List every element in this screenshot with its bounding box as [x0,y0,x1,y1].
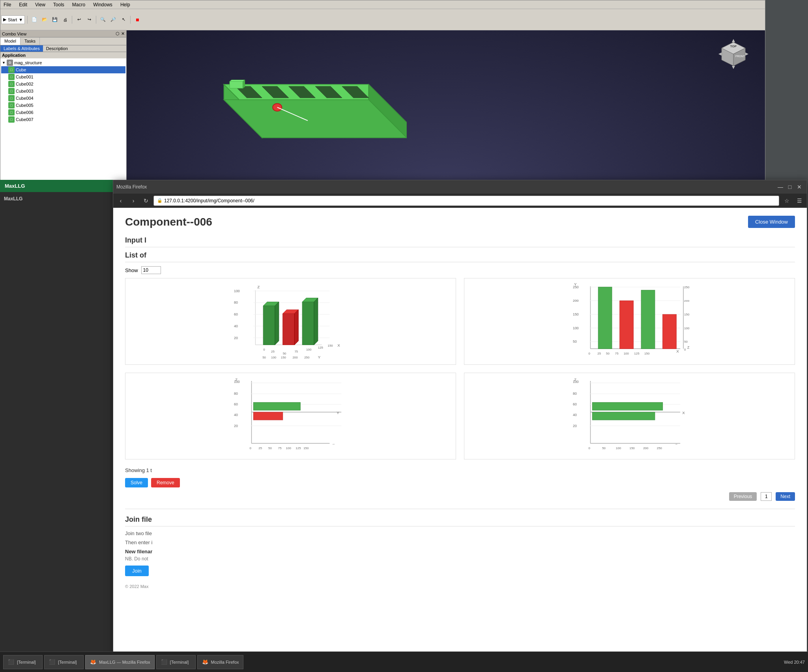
taskbar-label-3: [Terminal] [170,660,189,665]
previous-button[interactable]: Previous [729,492,757,501]
svg-text:25: 25 [258,446,262,450]
svg-rect-80 [663,314,677,349]
tree-item-cube005[interactable]: □ Cube005 [1,102,125,109]
svg-text:50: 50 [268,446,272,450]
menu-help[interactable]: Help [119,1,132,8]
svg-text:250: 250 [684,286,690,289]
svg-marker-44 [275,302,279,345]
svg-text:150: 150 [328,344,333,347]
tab-model[interactable]: Model [0,37,21,45]
taskbar-btn-3[interactable]: ⬛ [Terminal] [156,655,196,669]
taskbar-btn-4[interactable]: 🦊 Mozilla Firefox [197,655,243,669]
next-button[interactable]: Next [776,492,795,501]
taskbar-btn-2[interactable]: 🦊 MaxLLG — Mozilla Firefox [85,655,155,669]
sub-tab-description[interactable]: Description [43,45,71,52]
tb-stop[interactable]: ⏹ [133,15,142,24]
remove-button[interactable]: Remove [151,478,180,487]
tb-save[interactable]: 💾 [50,15,59,24]
menu-windows[interactable]: Windows [92,1,114,8]
menu-tools[interactable]: Tools [52,1,66,8]
tree-item-cube001[interactable]: □ Cube001 [1,73,125,80]
tb-zoom-out[interactable]: 🔎 [109,15,118,24]
tb-zoom-in[interactable]: 🔍 [99,15,107,24]
svg-text:125: 125 [634,352,640,355]
svg-text:X: X [676,349,679,353]
svg-text:75: 75 [294,350,298,353]
svg-marker-5 [732,39,735,42]
sub-tab-labels[interactable]: Labels & Attributes [0,45,43,52]
start-button[interactable]: ▶ Start ▼ [1,15,25,24]
tb-new[interactable]: 📄 [30,15,39,24]
3d-shape [186,54,407,164]
navigation-cube[interactable]: TOP FRONT [718,38,749,70]
tb-select[interactable]: ↖ [119,15,128,24]
join-description-1: Join two file [125,530,795,536]
tb-undo[interactable]: ↩ [75,15,83,24]
svg-text:200: 200 [684,299,690,303]
svg-text:Z: Z [235,377,238,382]
combo-view-close-btn[interactable]: ✕ [121,31,125,36]
join-button[interactable]: Join [125,566,149,576]
tree-item-cube[interactable]: □ Cube [1,66,125,73]
ff-maximize-btn[interactable]: □ [786,183,794,191]
tab-tasks[interactable]: Tasks [21,37,40,45]
combo-view-float-btn[interactable]: ⬡ [116,31,120,36]
close-window-button[interactable]: Close Window [748,216,795,228]
show-input[interactable] [141,266,161,274]
ff-content[interactable]: Component--006 Close Window Input I List… [113,208,807,653]
taskbar-right: Wed 20:47 [784,660,805,665]
tree-item-cube002[interactable]: □ Cube002 [1,80,125,88]
taskbar-time: Wed 20:47 [784,660,805,665]
svg-marker-8 [745,52,748,56]
tree-item-cube003[interactable]: □ Cube003 [1,88,125,95]
ff-back-btn[interactable]: ‹ [116,196,126,206]
tree-root[interactable]: ▼ ⚙ mag_structure [1,59,125,66]
tree-icon-cube003: □ [8,88,15,94]
tree-item-cube004[interactable]: □ Cube004 [1,95,125,102]
solve-button[interactable]: Solve [125,478,148,487]
taskbar-label-0: [Terminal] [17,660,36,665]
svg-text:Z: Z [257,285,260,289]
svg-marker-50 [314,298,318,345]
svg-text:50: 50 [684,340,688,343]
svg-text:75: 75 [615,352,619,355]
toolbar-sep-2 [72,16,72,24]
menu-bar: File Edit View Tools Macro Windows Help [0,0,765,9]
taskbar-btn-1[interactable]: ⬛ [Terminal] [44,655,84,669]
tree-item-cube006[interactable]: □ Cube006 [1,109,125,116]
svg-text:100: 100 [306,348,312,351]
svg-text:100: 100 [624,352,629,355]
menu-view[interactable]: View [34,1,47,8]
svg-text:50: 50 [606,352,610,355]
svg-text:X: X [682,411,685,415]
svg-text:20: 20 [573,424,577,428]
svg-text:80: 80 [573,392,577,396]
tb-print[interactable]: 🖨 [61,15,69,24]
list-section-title: List of [125,251,795,262]
tb-open[interactable]: 📂 [40,15,49,24]
ff-url-bar[interactable]: 🔒 127.0.0.1:4200/input/img/Component--00… [153,196,779,206]
tree-label-cube003: Cube003 [16,89,34,93]
ff-bookmark-btn[interactable]: ☆ [782,196,792,206]
menu-file[interactable]: File [2,1,13,8]
tb-redo[interactable]: ↪ [85,15,94,24]
menu-edit[interactable]: Edit [17,1,29,8]
ff-close-btn[interactable]: ✕ [795,183,804,191]
svg-text:125: 125 [296,446,301,450]
ff-refresh-btn[interactable]: ↻ [141,196,151,206]
taskbar-btn-0[interactable]: ⬛ [Terminal] [3,655,43,669]
toolbar-sep-4 [130,16,131,24]
ff-title-bar: Mozilla Firefox — □ ✕ [113,180,807,194]
combo-view-title: Combo View [2,32,26,36]
tree-item-cube007[interactable]: □ Cube007 [1,116,125,123]
toolbar-area: ▶ Start ▼ 📄 📂 💾 🖨 ↩ ↪ 🔍 🔎 ↖ ⏹ [0,9,765,30]
sub-tabs: Labels & Attributes Description [0,45,126,52]
menu-macro[interactable]: Macro [71,1,87,8]
svg-text:150: 150 [573,312,579,316]
svg-rect-78 [620,301,634,349]
ff-menu-btn[interactable]: ☰ [794,196,804,206]
svg-text:0: 0 [263,348,265,351]
ff-minimize-btn[interactable]: — [776,183,785,191]
ff-forward-btn[interactable]: › [128,196,138,206]
application-label: Application [0,52,126,58]
